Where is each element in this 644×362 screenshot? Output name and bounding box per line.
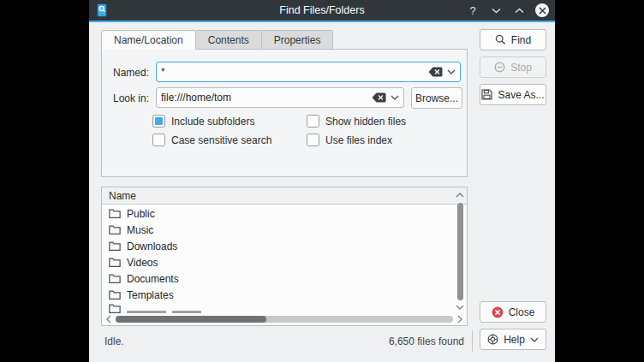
list-item[interactable]: Documents	[102, 270, 453, 287]
lookin-label: Look in:	[103, 92, 149, 104]
help-button[interactable]: Help	[480, 329, 546, 350]
help-dropdown-icon	[530, 337, 539, 342]
list-item[interactable]: Videos	[102, 254, 453, 270]
status-bar: Idle. 6,650 files found	[101, 332, 473, 351]
tab-contents[interactable]: Contents	[196, 30, 262, 50]
list-item[interactable]: Downloads	[102, 238, 453, 254]
tab-bar: Name/Location Contents Properties	[101, 30, 333, 50]
maximize-icon[interactable]	[512, 3, 526, 17]
close-icon	[492, 306, 504, 318]
named-value[interactable]: *	[161, 66, 424, 78]
help-lifebuoy-icon	[487, 334, 498, 345]
checkbox-case-sensitive[interactable]: Case sensitive search	[152, 134, 271, 146]
named-dropdown-icon[interactable]	[447, 69, 456, 74]
scroll-down-icon[interactable]	[455, 302, 465, 312]
find-button[interactable]: Find	[480, 29, 546, 50]
vertical-scroll-thumb[interactable]	[457, 203, 463, 300]
checkbox-include-subfolders[interactable]: Include subfolders	[152, 115, 254, 128]
help-window-button[interactable]: ?	[466, 3, 480, 17]
clear-input-icon[interactable]	[428, 67, 443, 77]
stop-icon	[494, 62, 505, 73]
checkbox-unchecked-icon[interactable]	[152, 134, 165, 146]
checkbox-use-files-index[interactable]: Use files index	[307, 134, 392, 146]
results-list: Name Public Music Downloads Videos Docum…	[101, 187, 468, 326]
vertical-scrollbar[interactable]	[453, 187, 467, 313]
horizontal-scroll-thumb[interactable]	[116, 316, 266, 323]
find-files-dialog: Find Files/Folders ? Name/Location Conte…	[89, 0, 555, 362]
column-header-name[interactable]: Name	[102, 187, 467, 205]
close-window-icon[interactable]	[535, 3, 549, 17]
checkbox-unchecked-icon[interactable]	[307, 134, 319, 146]
checkbox-checked-icon[interactable]	[152, 115, 165, 128]
list-item[interactable]: Templates	[102, 287, 453, 303]
search-icon	[495, 34, 506, 45]
horizontal-scrollbar[interactable]	[102, 313, 467, 325]
tab-name-location[interactable]: Name/Location	[101, 30, 196, 50]
browse-button[interactable]: Browse...	[411, 87, 462, 109]
named-label: Named:	[103, 67, 149, 79]
close-button[interactable]: Close	[480, 301, 546, 323]
minimize-icon[interactable]	[489, 3, 503, 17]
clear-input-icon[interactable]	[372, 92, 386, 103]
lookin-input[interactable]: file:///home/tom	[156, 87, 404, 108]
list-item[interactable]: Public	[102, 205, 453, 222]
lookin-dropdown-icon[interactable]	[391, 95, 399, 100]
files-found-count: 6,650 files found	[389, 335, 464, 347]
scroll-right-icon[interactable]	[455, 314, 465, 324]
titlebar[interactable]: Find Files/Folders ?	[89, 0, 555, 21]
scroll-up-icon[interactable]	[455, 190, 465, 200]
list-item[interactable]: Music	[102, 222, 453, 238]
stop-button: Stop	[480, 56, 546, 78]
status-text: Idle.	[104, 335, 124, 347]
list-item-partial[interactable]	[102, 303, 453, 313]
status-separator	[472, 330, 473, 352]
lookin-value[interactable]: file:///home/tom	[161, 92, 367, 104]
checkbox-unchecked-icon[interactable]	[307, 115, 319, 128]
named-input[interactable]: *	[156, 62, 461, 82]
scroll-left-icon[interactable]	[104, 314, 114, 324]
save-as-button[interactable]: Save As...	[480, 84, 546, 105]
tab-properties[interactable]: Properties	[262, 30, 334, 50]
save-icon	[481, 89, 492, 100]
checkbox-show-hidden[interactable]: Show hidden files	[307, 115, 406, 128]
